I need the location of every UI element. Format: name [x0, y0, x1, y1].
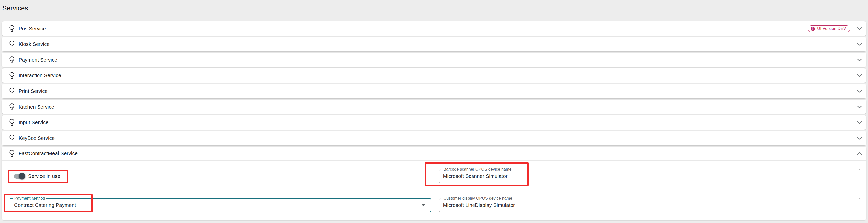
ui-version-badge: ! UI Version DEV: [808, 25, 850, 32]
lightbulb-icon: [9, 56, 14, 64]
lightbulb-icon: [9, 119, 14, 126]
service-in-use-label: Service in use: [28, 173, 60, 179]
panel-title: Interaction Service: [19, 73, 61, 78]
panel-title: Input Service: [19, 120, 49, 125]
panel-interaction-service: Interaction Service: [2, 68, 866, 83]
service-in-use-row: Service in use: [10, 169, 431, 183]
panel-header-interaction-service[interactable]: Interaction Service: [2, 68, 866, 83]
chevron-down-icon: [857, 74, 862, 77]
panel-header-fastcontractmeal-service[interactable]: FastContractMeal Service: [2, 147, 866, 161]
badge-label: UI Version DEV: [817, 26, 846, 31]
lightbulb-icon: [9, 40, 14, 48]
lightbulb-icon: [9, 72, 14, 79]
panel-keybox-service: KeyBox Service: [2, 131, 866, 145]
chevron-down-icon: [857, 43, 862, 46]
panel-kitchen-service: Kitchen Service: [2, 100, 866, 114]
payment-method-value: Contract Catering Payment: [10, 199, 431, 212]
fastcontractmeal-settings: Service in use Barcode scanner OPOS devi…: [2, 161, 866, 220]
chevron-down-icon: [857, 27, 862, 30]
panel-title: Payment Service: [19, 57, 57, 63]
panel-header-input-service[interactable]: Input Service: [2, 115, 866, 130]
services-page: Services Pos Service ! UI Version DEV Ki…: [0, 4, 868, 220]
dropdown-arrow-icon: [422, 204, 425, 206]
barcode-scanner-field: Barcode scanner OPOS device name: [439, 169, 861, 183]
chevron-down-icon: [857, 121, 862, 124]
chevron-down-icon: [857, 105, 862, 108]
customer-display-field: Customer display OPOS device name: [439, 198, 861, 212]
panel-payment-service: Payment Service: [2, 53, 866, 67]
panel-print-service: Print Service: [2, 84, 866, 98]
panel-title: KeyBox Service: [19, 135, 55, 141]
chevron-down-icon: [857, 136, 862, 140]
payment-method-select[interactable]: Payment Method Contract Catering Payment: [10, 198, 431, 212]
chevron-down-icon: [857, 90, 862, 93]
panel-header-print-service[interactable]: Print Service: [2, 84, 866, 98]
panel-kiosk-service: Kiosk Service: [2, 37, 866, 52]
panel-header-kiosk-service[interactable]: Kiosk Service: [2, 37, 866, 52]
panel-title: Kitchen Service: [19, 104, 54, 110]
chevron-down-icon: [857, 58, 862, 62]
chevron-up-icon: [857, 152, 862, 155]
panel-title: Kiosk Service: [19, 41, 50, 47]
lightbulb-icon: [9, 103, 14, 111]
payment-method-label: Payment Method: [13, 196, 46, 201]
page-title: Services: [2, 4, 866, 12]
panel-title: FastContractMeal Service: [19, 151, 78, 156]
barcode-scanner-label: Barcode scanner OPOS device name: [442, 167, 513, 171]
panel-header-pos-service[interactable]: Pos Service ! UI Version DEV: [2, 21, 866, 36]
panel-header-keybox-service[interactable]: KeyBox Service: [2, 131, 866, 145]
lightbulb-icon: [9, 134, 14, 142]
lightbulb-icon: [9, 25, 14, 33]
panel-title: Pos Service: [19, 26, 46, 32]
panel-header-kitchen-service[interactable]: Kitchen Service: [2, 100, 866, 114]
toggle-thumb: [19, 173, 25, 180]
panel-input-service: Input Service: [2, 115, 866, 130]
lightbulb-icon: [9, 150, 14, 157]
panel-pos-service: Pos Service ! UI Version DEV: [2, 21, 866, 36]
service-in-use-toggle[interactable]: [14, 174, 25, 179]
error-icon: !: [811, 27, 815, 31]
panel-header-payment-service[interactable]: Payment Service: [2, 53, 866, 67]
panel-fastcontractmeal-service: FastContractMeal Service Service in use …: [2, 147, 866, 220]
panel-title: Print Service: [19, 88, 48, 94]
lightbulb-icon: [9, 87, 14, 95]
customer-display-label: Customer display OPOS device name: [442, 196, 514, 201]
